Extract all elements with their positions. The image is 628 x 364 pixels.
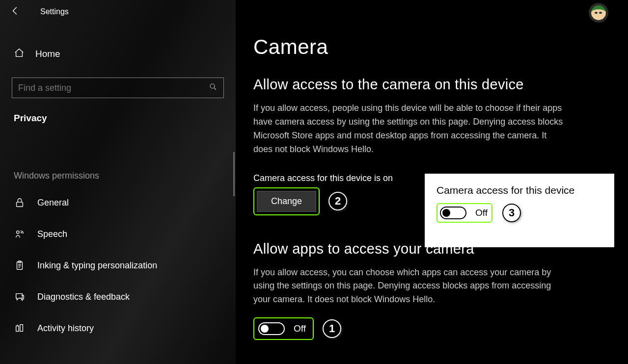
search-box[interactable] <box>12 78 224 98</box>
clipboard-icon <box>14 260 26 271</box>
sidebar-item-general[interactable]: General <box>0 187 236 218</box>
home-link[interactable]: Home <box>0 44 236 64</box>
change-button[interactable]: Change <box>257 191 316 212</box>
avatar-icon <box>591 5 606 20</box>
svg-rect-6 <box>20 325 23 332</box>
scrollbar[interactable] <box>233 152 235 196</box>
search-icon <box>209 82 218 93</box>
category-label: Privacy <box>0 113 236 124</box>
home-label: Home <box>35 49 60 59</box>
svg-rect-1 <box>17 202 23 207</box>
sidebar-item-activity[interactable]: Activity history <box>0 312 236 344</box>
annotation-highlight-1: Off <box>253 317 314 340</box>
svg-point-2 <box>17 231 20 234</box>
section-label: Windows permissions <box>0 171 236 181</box>
device-access-toggle[interactable] <box>440 207 466 219</box>
section2-desc: If you allow access, you can choose whic… <box>253 266 568 307</box>
apps-access-toggle[interactable] <box>258 322 285 335</box>
sidebar-item-label: Inking & typing personalization <box>37 260 157 271</box>
svg-rect-5 <box>16 326 19 331</box>
section1-desc: If you allow access, people using this d… <box>253 102 568 156</box>
camera-access-flyout: Camera access for this device Off 3 <box>425 174 614 247</box>
sidebar-item-label: Speech <box>37 229 67 239</box>
speech-icon <box>14 228 26 240</box>
sidebar-item-label: Activity history <box>37 323 94 334</box>
sidebar-item-speech[interactable]: Speech <box>0 218 236 250</box>
feedback-icon <box>14 291 26 303</box>
annotation-badge-1: 1 <box>323 319 341 338</box>
apps-access-toggle-label: Off <box>294 323 306 334</box>
avatar[interactable] <box>589 3 608 23</box>
annotation-badge-3: 3 <box>502 204 521 222</box>
back-icon[interactable] <box>10 5 21 18</box>
annotation-highlight-3: Off <box>437 203 492 223</box>
section1-heading: Allow access to the camera on this devic… <box>253 77 610 93</box>
sidebar-item-label: General <box>37 198 69 208</box>
sidebar: Settings Home Privacy Windows permission… <box>0 0 236 364</box>
flyout-title: Camera access for this device <box>437 184 602 196</box>
lock-icon <box>14 197 26 208</box>
sidebar-item-inking[interactable]: Inking & typing personalization <box>0 250 236 281</box>
history-icon <box>14 322 26 334</box>
search-input[interactable] <box>18 83 209 93</box>
annotation-badge-2: 2 <box>328 192 347 210</box>
page-title: Camera <box>253 35 610 59</box>
sidebar-item-diagnostics[interactable]: Diagnostics & feedback <box>0 281 236 312</box>
sidebar-item-label: Diagnostics & feedback <box>37 292 130 302</box>
device-access-toggle-label: Off <box>475 208 488 218</box>
home-icon <box>14 48 25 60</box>
window-title: Settings <box>40 7 69 16</box>
annotation-highlight-2: Change <box>253 187 320 215</box>
svg-point-0 <box>210 84 215 88</box>
